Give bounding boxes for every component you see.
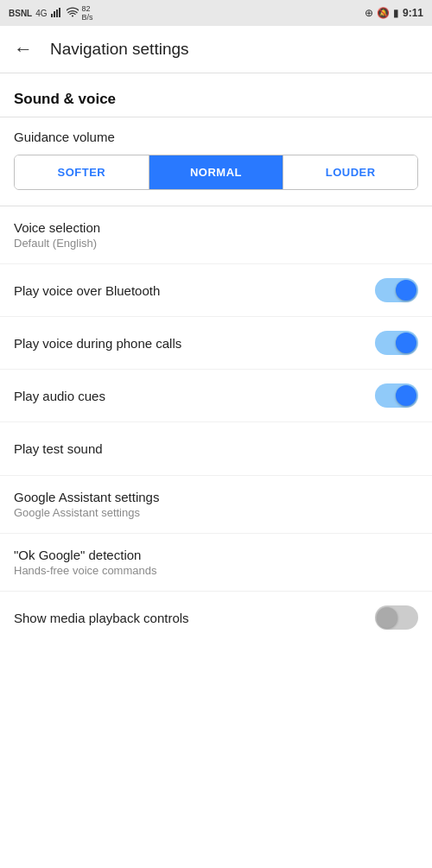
time-label: 9:11: [403, 7, 423, 19]
status-bar: BSNL 4G 82B/s ⊕ 🔕 ▮ 9:11: [0, 0, 432, 26]
louder-button[interactable]: LOUDER: [283, 155, 417, 189]
voice-selection-sublabel: Default (English): [14, 237, 418, 250]
media-playback-text: Show media playback controls: [14, 611, 375, 625]
ok-google-sublabel: Hands-free voice commands: [14, 564, 418, 577]
guidance-volume-section: Guidance volume SOFTER NORMAL LOUDER: [0, 117, 432, 206]
toggle-thumb: [377, 607, 397, 628]
voice-selection-item[interactable]: Voice selection Default (English): [0, 206, 432, 264]
media-playback-item[interactable]: Show media playback controls: [0, 592, 432, 643]
svg-rect-3: [59, 8, 60, 17]
status-right: ⊕ 🔕 ▮ 9:11: [365, 7, 423, 19]
play-audio-cues-text: Play audio cues: [14, 389, 375, 403]
play-voice-bluetooth-item[interactable]: Play voice over Bluetooth: [0, 264, 432, 317]
ok-google-label: "Ok Google" detection: [14, 548, 418, 562]
toggle-track: [375, 383, 418, 408]
play-voice-phone-text: Play voice during phone calls: [14, 336, 375, 351]
play-voice-phone-item[interactable]: Play voice during phone calls: [0, 317, 432, 370]
location-icon: ⊕: [365, 7, 373, 19]
normal-button[interactable]: NORMAL: [149, 155, 284, 189]
svg-rect-1: [54, 11, 55, 17]
play-voice-bluetooth-text: Play voice over Bluetooth: [14, 283, 375, 298]
header: ← Navigation settings: [0, 26, 432, 73]
status-left: BSNL 4G 82B/s: [9, 4, 93, 22]
volume-button-group: SOFTER NORMAL LOUDER: [14, 155, 418, 190]
google-assistant-item[interactable]: Google Assistant settings Google Assista…: [0, 476, 432, 534]
google-assistant-sublabel: Google Assistant settings: [14, 506, 418, 519]
play-audio-cues-item[interactable]: Play audio cues: [0, 370, 432, 422]
toggle-track: [375, 605, 418, 630]
play-voice-phone-toggle[interactable]: [375, 331, 418, 355]
svg-rect-2: [56, 10, 58, 17]
play-test-sound-item[interactable]: Play test sound: [0, 422, 432, 476]
speed-label: 82B/s: [82, 4, 93, 22]
wifi-icon: [67, 7, 79, 19]
toggle-thumb: [396, 280, 416, 301]
play-audio-cues-toggle[interactable]: [375, 383, 418, 408]
silent-icon: 🔕: [377, 7, 390, 19]
toggle-thumb: [396, 385, 416, 406]
toggle-track: [375, 278, 418, 302]
play-test-sound-label: Play test sound: [14, 441, 418, 456]
toggle-track: [375, 331, 418, 355]
network-type: 4G: [35, 9, 47, 18]
battery-icon: ▮: [393, 7, 399, 19]
content: Sound & voice Guidance volume SOFTER NOR…: [0, 73, 432, 643]
voice-selection-label: Voice selection: [14, 220, 418, 235]
toggle-thumb: [396, 333, 416, 353]
play-voice-bluetooth-toggle[interactable]: [375, 278, 418, 302]
back-button[interactable]: ←: [14, 38, 33, 60]
media-playback-toggle[interactable]: [375, 605, 418, 630]
svg-rect-0: [51, 14, 53, 17]
google-assistant-label: Google Assistant settings: [14, 490, 418, 504]
ok-google-item[interactable]: "Ok Google" detection Hands-free voice c…: [0, 534, 432, 592]
softer-button[interactable]: SOFTER: [15, 155, 149, 189]
guidance-volume-label: Guidance volume: [14, 130, 418, 144]
carrier-label: BSNL: [9, 9, 32, 18]
page-title: Navigation settings: [50, 40, 189, 59]
section-title-sound-voice: Sound & voice: [0, 73, 432, 117]
signal-icon: [51, 7, 63, 19]
